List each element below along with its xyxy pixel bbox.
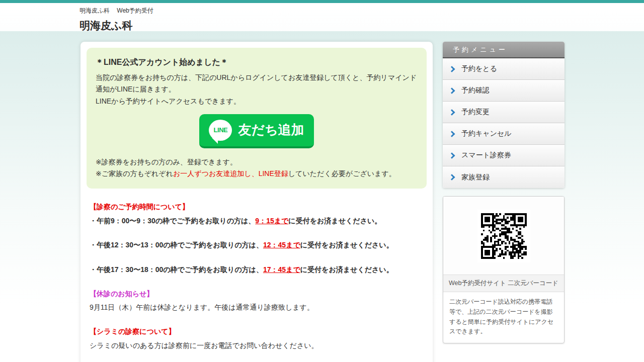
chevron-right-icon <box>449 174 455 180</box>
qr-caption: Web予約受付サイト 二次元バーコード <box>443 275 564 292</box>
chevron-right-icon <box>449 152 455 159</box>
closure-notice-body: 9月11日（木）午前は休診となります。午後は通常通り診療致します。 <box>90 302 427 313</box>
line-account-notice-box: ＊LINE公式アカウント始めました＊ 当院の診察券をお持ちの方は、下記のURLか… <box>87 48 427 189</box>
deadline-time: 12：45まで <box>263 241 300 249</box>
breadcrumb-home-link[interactable]: 明海皮ふ科 <box>79 7 110 14</box>
menu-item-cancel-reservation[interactable]: 予約キャンセル <box>443 123 565 145</box>
main-card: ＊LINE公式アカウント始めました＊ 当院の診察券をお持ちの方は、下記のURLか… <box>80 42 433 362</box>
line-notice-paragraph-2: LINEから予約サイトへアクセスもできます。 <box>96 96 418 107</box>
line-note-red-emphasis: お一人ずつお友達追加し、LINE登録 <box>173 169 288 177</box>
breadcrumb-current: Web予約受付 <box>117 7 153 14</box>
line-notice-title: ＊LINE公式アカウント始めました＊ <box>96 56 418 69</box>
menu-item-confirm-reservation[interactable]: 予約確認 <box>443 80 565 102</box>
lice-notice-section: 【シラミの診察について】 シラミの疑いのある方は診察前に一度お電話でお問い合わせ… <box>87 326 427 351</box>
menu-item-family-registration[interactable]: 家族登録 <box>443 166 565 188</box>
chevron-right-icon <box>449 109 455 116</box>
reservation-time-line: ・午前9：00〜9：30の枠でご予約をお取りの方は、9：15までに受付をお済ませ… <box>90 216 427 227</box>
qr-description: 二次元バーコード読込対応の携帯電話等で、上記の二次元バーコードを撮影すると簡単に… <box>443 292 564 343</box>
reservation-menu: 予約メニュー 予約をとる 予約確認 予約変更 予約キャンセル スマート診察券 <box>443 42 565 188</box>
chevron-right-icon <box>449 66 455 72</box>
reservation-time-heading: 【診察のご予約時間について】 <box>90 202 427 213</box>
line-notice-note-2: ※ご家族の方もぞれぞれお一人ずつお友達追加し、LINE登録していただく必要がござ… <box>96 168 418 179</box>
closure-notice-heading: 【休診のお知らせ】 <box>90 289 427 300</box>
line-logo-icon: LINE <box>209 120 232 141</box>
site-header: 明海皮ふ科Web予約受付 明海皮ふ科 <box>0 3 644 31</box>
menu-item-smart-card[interactable]: スマート診察券 <box>443 145 565 166</box>
content-area: ＊LINE公式アカウント始めました＊ 当院の診察券をお持ちの方は、下記のURLか… <box>0 31 644 362</box>
breadcrumb: 明海皮ふ科Web予約受付 <box>79 3 644 15</box>
reservation-menu-title: 予約メニュー <box>443 42 565 58</box>
line-add-friend-button[interactable]: LINE 友だち追加 <box>199 114 314 148</box>
reservation-time-section: 【診察のご予約時間について】 ・午前9：00〜9：30の枠でご予約をお取りの方は… <box>87 202 427 276</box>
qr-code-panel: Web予約受付サイト 二次元バーコード 二次元バーコード読込対応の携帯電話等で、… <box>443 196 565 343</box>
reservation-time-line: ・午後12：30〜13：00の枠でご予約をお取りの方は、12：45までに受付をお… <box>90 240 427 251</box>
page-title: 明海皮ふ科 <box>79 19 644 33</box>
chevron-right-icon <box>449 87 455 94</box>
chevron-right-icon <box>449 131 455 137</box>
line-notice-note-1: ※診察券をお持ちの方のみ、登録できます。 <box>96 156 418 168</box>
lice-notice-heading: 【シラミの診察について】 <box>90 326 427 337</box>
deadline-time: 9：15まで <box>255 217 288 225</box>
sidebar: 予約メニュー 予約をとる 予約確認 予約変更 予約キャンセル スマート診察券 <box>443 42 565 343</box>
qr-code-image <box>477 210 530 262</box>
lice-notice-body: シラミの疑いのある方は診察前に一度お電話でお問い合わせください。 <box>90 340 427 351</box>
line-notice-paragraph-1: 当院の診察券をお持ちの方は、下記のURLからログインしてお友達登録して頂くと、予… <box>96 72 418 95</box>
qr-code-area <box>443 197 564 275</box>
line-add-friend-label: 友だち追加 <box>238 121 304 139</box>
closure-notice-section: 【休診のお知らせ】 9月11日（木）午前は休診となります。午後は通常通り診療致し… <box>87 289 427 313</box>
reservation-time-line: ・午後17：30〜18：00の枠でご予約をお取りの方は、17：45までに受付をお… <box>90 264 427 276</box>
deadline-time: 17：45まで <box>263 265 300 274</box>
menu-item-change-reservation[interactable]: 予約変更 <box>443 102 565 123</box>
menu-item-take-reservation[interactable]: 予約をとる <box>443 58 565 80</box>
